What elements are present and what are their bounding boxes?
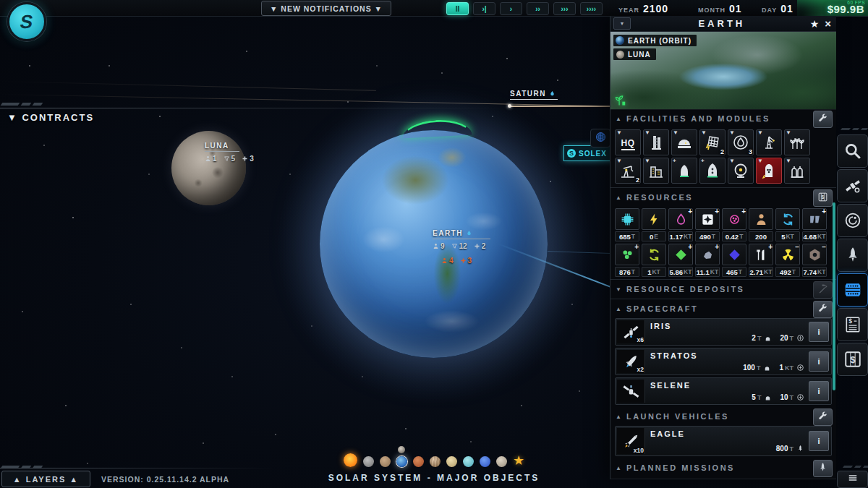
planet-button[interactable] — [496, 456, 507, 467]
build-spacecraft-button[interactable] — [813, 301, 833, 318]
launch-vehicle-row[interactable]: x10 EAGLE 800T i — [615, 426, 832, 456]
planet-button[interactable] — [413, 456, 424, 467]
toolbar-button[interactable] — [837, 273, 868, 307]
planet-button[interactable]: ★ — [513, 455, 524, 467]
resource-cell[interactable]: + 1.17KT — [668, 208, 693, 241]
wrench-icon — [817, 411, 828, 424]
resource-cell[interactable]: 685T — [615, 208, 639, 241]
location-tab[interactable]: EARTH (ORBIT) — [613, 35, 697, 46]
facility-tile[interactable]: ▼ — [643, 129, 669, 155]
resource-cell[interactable]: + 5.86KT — [668, 244, 693, 277]
toolbar-button[interactable] — [837, 204, 868, 237]
trade-resources-button[interactable]: $ — [813, 189, 833, 207]
spacecraft-list: x6 IRIS 2T 20T i x2 STRATOS 100T 1KT i S… — [610, 317, 836, 408]
facility-tile[interactable]: + — [699, 158, 726, 184]
resource-cell[interactable]: 200 — [749, 208, 773, 241]
resource-cell[interactable]: 465T — [722, 244, 746, 277]
resource-cell[interactable]: + 4.68KT — [802, 208, 827, 241]
section-launch-vehicles-header[interactable]: ▲ LAUNCH VEHICLES — [610, 408, 836, 425]
resource-cell[interactable]: + 11.1KT — [695, 244, 720, 277]
spacecraft-row[interactable]: x2 STRATOS 100T 1KT i — [615, 348, 832, 375]
facility-tile[interactable]: + — [671, 158, 697, 184]
time-speed-button[interactable]: ›› — [527, 2, 549, 15]
resource-cell[interactable]: 5KT — [775, 208, 800, 241]
planet-button[interactable] — [396, 456, 407, 467]
layers-button[interactable]: ▲ LAYERS ▲ — [1, 471, 90, 487]
resource-cell[interactable]: − 492T — [775, 244, 800, 277]
planet-button[interactable] — [380, 456, 391, 467]
toolbar-icon — [843, 281, 862, 299]
section-resources-header[interactable]: ▲ RESOURCES $ — [610, 189, 836, 206]
planet-button[interactable] — [446, 456, 457, 467]
resource-cell[interactable]: 0E — [642, 208, 666, 241]
money-display[interactable]: 60 FPS $99.9B — [797, 0, 868, 16]
panel-collapse-button[interactable]: ▼ — [613, 17, 631, 30]
facility-icon — [704, 162, 721, 179]
mine-deposits-button[interactable] — [813, 281, 833, 299]
planet-button[interactable] — [480, 456, 490, 467]
facility-icon — [788, 162, 806, 179]
section-spacecraft-header[interactable]: ▲ SPACECRAFT — [610, 300, 836, 317]
section-planned-missions-header[interactable]: ▲ PLANNED MISSIONS — [610, 459, 836, 476]
saturn-map-label[interactable]: SATURN — [510, 90, 558, 100]
facility-tile[interactable]: ▼ — [728, 158, 754, 184]
resource-cell[interactable]: + 490T — [695, 208, 720, 241]
build-facility-button[interactable] — [813, 111, 833, 128]
resource-icon — [701, 248, 715, 262]
toolbar-button[interactable]: $ — [837, 308, 868, 341]
facility-tile[interactable]: ▼ — [784, 129, 810, 155]
map-stat-orange: 4 — [441, 257, 454, 265]
facility-tile[interactable]: ▼ — [756, 129, 782, 155]
time-speed-button[interactable]: II — [446, 2, 469, 15]
planet-button[interactable] — [344, 453, 357, 467]
luna-map-label[interactable]: LUNA 153 — [205, 142, 254, 163]
facility-tile[interactable]: ▼ — [756, 158, 782, 184]
time-speed-button[interactable]: › — [500, 2, 522, 15]
resource-cell[interactable]: + 0.42T — [722, 208, 746, 241]
notifications-button[interactable]: ▼ NEW NOTIFICATIONS ▼ — [261, 1, 391, 16]
resource-cell[interactable]: + 876T — [615, 244, 639, 277]
map-stat: 2 — [474, 242, 486, 250]
company-logo[interactable]: S — [7, 2, 46, 41]
facility-tile[interactable]: ▼ — [784, 158, 810, 184]
toolbar-button[interactable] — [837, 239, 868, 272]
spacecraft-row[interactable]: x6 IRIS 2T 20T i — [615, 318, 832, 346]
solex-station-tag[interactable]: S SOLEX — [563, 145, 616, 161]
build-launch-vehicle-button[interactable] — [813, 408, 833, 426]
section-deposits-header[interactable]: ▼ RESOURCE DEPOSITS — [610, 281, 836, 298]
toolbar-button[interactable] — [837, 169, 868, 202]
contracts-header[interactable]: ▼ CONTRACTS — [7, 112, 94, 123]
resource-icon — [808, 248, 822, 262]
resource-cell[interactable]: 1KT — [642, 244, 666, 277]
facility-tile[interactable]: ▼ — [671, 129, 697, 155]
earth-map-label[interactable]: EARTH 9122 43 — [433, 229, 490, 265]
facility-tile[interactable]: ▼ 3 — [728, 129, 754, 155]
time-speed-button[interactable]: ›››› — [580, 2, 603, 15]
favorite-star-icon[interactable]: ★ — [810, 18, 820, 30]
info-button[interactable]: i — [809, 322, 829, 342]
facility-tile[interactable]: ▼ 2 — [699, 129, 726, 155]
info-button[interactable]: i — [809, 351, 829, 372]
resource-cell[interactable]: + 2.71KT — [749, 244, 773, 277]
globe-view-button[interactable] — [590, 129, 610, 147]
planet-button[interactable] — [363, 456, 374, 467]
plan-mission-button[interactable] — [813, 460, 833, 477]
facility-tile[interactable]: ▼ 2 — [615, 158, 641, 184]
resource-cell[interactable]: − 7.74KT — [802, 244, 827, 277]
toolbar-button[interactable]: $ — [837, 343, 868, 376]
time-speed-button[interactable]: ››› — [553, 2, 576, 15]
section-facilities-header[interactable]: ▲ FACILITIES AND MODULES — [610, 110, 836, 127]
planet-button[interactable] — [463, 456, 474, 467]
menu-button[interactable] — [837, 471, 868, 488]
location-tab[interactable]: LUNA — [613, 48, 656, 60]
close-icon[interactable]: × — [825, 17, 831, 30]
spacecraft-row[interactable]: SELENE 5T 10T i — [615, 377, 832, 405]
info-button[interactable]: i — [809, 381, 829, 401]
facility-tile[interactable]: ▼ HQ — [615, 129, 641, 155]
toolbar-button[interactable] — [837, 134, 868, 168]
planet-button[interactable] — [430, 456, 441, 467]
time-speed-button[interactable]: ›| — [473, 2, 495, 15]
facility-tile[interactable]: ▼ — [643, 158, 669, 184]
info-button[interactable]: i — [809, 431, 829, 451]
panel-scrollbar[interactable] — [833, 202, 835, 390]
